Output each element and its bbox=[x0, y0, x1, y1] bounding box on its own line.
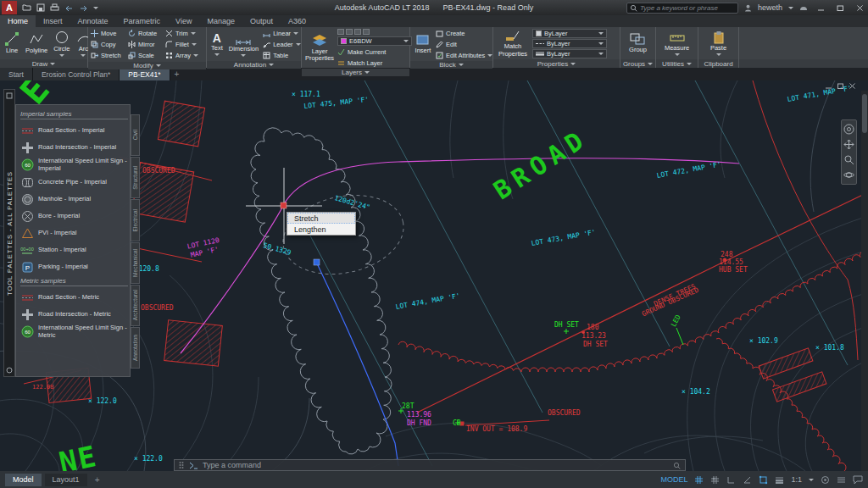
layout1-tab[interactable]: Layout1 bbox=[45, 474, 87, 486]
panel-clipboard-footer[interactable]: Clipboard bbox=[698, 59, 738, 68]
scale-dropdown-icon[interactable] bbox=[809, 479, 814, 481]
scrollbar-thumb[interactable] bbox=[862, 94, 867, 133]
command-prompt-text[interactable]: Type a command bbox=[203, 461, 261, 469]
undo-icon[interactable] bbox=[64, 4, 74, 12]
insert-button[interactable]: Insert bbox=[413, 33, 433, 54]
palette-tab[interactable]: Annotation bbox=[131, 327, 140, 369]
model-paper-toggle[interactable]: MODEL bbox=[660, 475, 687, 484]
file-tab-pb-ex41[interactable]: PB-EX41* bbox=[120, 68, 170, 80]
vertical-scrollbar[interactable] bbox=[861, 91, 868, 471]
layer-lock-icon[interactable] bbox=[363, 29, 370, 35]
palette-tab[interactable]: Electrical bbox=[131, 199, 140, 241]
layer-select-dropdown[interactable]: E6BDW bbox=[337, 36, 412, 46]
palette-item-concrete-pipe-imperial[interactable]: Concrete Pipe - Imperial bbox=[20, 174, 128, 191]
tool-palette-title-strip[interactable]: TOOL PALETTES - ALL PALETTES bbox=[3, 89, 15, 377]
panel-block-footer[interactable]: Block bbox=[410, 61, 492, 69]
match-properties-button[interactable]: Match Properties bbox=[496, 29, 530, 58]
file-tab-start[interactable]: Start bbox=[0, 68, 33, 80]
palette-autohide-icon[interactable] bbox=[6, 367, 13, 374]
new-drawing-tab-button[interactable]: + bbox=[170, 68, 184, 80]
snap-toggle-icon[interactable] bbox=[710, 475, 720, 485]
linetype-dropdown[interactable]: ByLayer bbox=[532, 39, 607, 48]
drawing-viewport[interactable]: × 117.1 LOT 475, MAP 'F' LOT 471, MAP 'F… bbox=[0, 80, 868, 471]
pan-icon[interactable] bbox=[843, 139, 854, 150]
customization-icon[interactable] bbox=[837, 476, 846, 484]
a360-icon[interactable] bbox=[799, 4, 808, 12]
grid-toggle-icon[interactable] bbox=[694, 475, 704, 485]
panel-groups-footer[interactable]: Groups bbox=[620, 59, 655, 68]
annotation-scale-value[interactable]: 1:1 bbox=[791, 475, 802, 484]
palette-tab[interactable]: Structural bbox=[131, 157, 140, 198]
magenta-arc[interactable] bbox=[181, 158, 739, 353]
layer-freeze-icon[interactable] bbox=[354, 29, 361, 35]
make-current-button[interactable]: Make Current bbox=[337, 47, 412, 57]
edit-attributes-button[interactable]: Edit Attributes bbox=[436, 50, 492, 60]
command-grip-icon[interactable] bbox=[179, 461, 184, 469]
help-search[interactable] bbox=[626, 3, 738, 14]
menu-item-stretch[interactable]: Stretch bbox=[287, 213, 355, 224]
palette-item-manhole-imperial[interactable]: Manhole - Imperial bbox=[20, 191, 128, 208]
move-button[interactable]: Move bbox=[91, 28, 128, 38]
panel-utilities-footer[interactable]: Utilities bbox=[656, 59, 698, 68]
viewport-close-icon[interactable] bbox=[849, 82, 856, 90]
copy-button[interactable]: Copy bbox=[91, 39, 128, 49]
match-layer-button[interactable]: Match Layer bbox=[337, 58, 412, 68]
model-space-tab[interactable]: Model bbox=[5, 474, 42, 486]
plot-icon[interactable] bbox=[50, 3, 59, 12]
palette-item-speed-limit-metric[interactable]: 60 International Speed Limit Sign - Metr… bbox=[20, 323, 128, 341]
command-search-icon[interactable] bbox=[673, 462, 681, 469]
palette-item-road-intersection-metric[interactable]: Road Intersection - Metric bbox=[20, 306, 128, 323]
dimension-button[interactable]: Dimension bbox=[227, 31, 260, 56]
close-button[interactable] bbox=[853, 2, 866, 14]
command-line[interactable]: Type a command bbox=[174, 459, 686, 471]
redo-icon[interactable] bbox=[79, 4, 88, 12]
circle-button[interactable]: Circle bbox=[52, 30, 71, 56]
table-button[interactable]: Table bbox=[263, 50, 300, 60]
array-button[interactable]: Array bbox=[165, 50, 203, 60]
layer-off-icon[interactable] bbox=[337, 29, 344, 35]
palette-properties-icon[interactable] bbox=[6, 92, 13, 99]
palette-tab[interactable]: Architectural bbox=[131, 285, 140, 326]
viewport-minimize-icon[interactable] bbox=[825, 82, 832, 90]
mirror-button[interactable]: Mirror bbox=[128, 39, 165, 49]
paste-button[interactable]: Paste bbox=[709, 30, 728, 55]
palette-item-pvi-imperial[interactable]: PVI - Imperial bbox=[20, 225, 128, 241]
stretch-button[interactable]: Stretch bbox=[91, 50, 128, 60]
linear-button[interactable]: Linear bbox=[263, 28, 300, 38]
viewport-restore-icon[interactable] bbox=[837, 82, 844, 90]
restore-button[interactable] bbox=[833, 2, 847, 14]
tab-view[interactable]: View bbox=[168, 15, 199, 27]
tab-home[interactable]: Home bbox=[0, 15, 36, 27]
palette-tab[interactable]: Civil bbox=[131, 114, 140, 156]
user-dropdown-icon[interactable] bbox=[788, 7, 793, 9]
open-icon[interactable] bbox=[22, 3, 31, 12]
edit-block-button[interactable]: Edit bbox=[436, 39, 492, 49]
tab-annotate[interactable]: Annotate bbox=[70, 15, 116, 27]
grip[interactable] bbox=[314, 259, 320, 265]
palette-item-bore-imperial[interactable]: Bore - Imperial bbox=[20, 208, 128, 225]
steering-wheel-icon[interactable] bbox=[843, 124, 854, 135]
rotate-button[interactable]: Rotate bbox=[128, 28, 165, 38]
polar-toggle-icon[interactable] bbox=[743, 475, 752, 485]
panel-modify-footer[interactable]: Modify bbox=[88, 62, 206, 69]
lineweight-toggle-icon[interactable] bbox=[775, 476, 784, 484]
feedback-bubble-icon[interactable] bbox=[853, 475, 863, 485]
new-layout-button[interactable]: + bbox=[91, 474, 104, 486]
save-icon[interactable] bbox=[36, 3, 45, 12]
text-button[interactable]: A Text bbox=[209, 32, 225, 55]
palette-item-road-intersection-imperial[interactable]: Road Intersection - Imperial bbox=[20, 139, 128, 156]
panel-annotation-footer[interactable]: Annotation bbox=[207, 61, 301, 69]
palette-tab[interactable]: Mechanical bbox=[131, 242, 140, 284]
tab-manage[interactable]: Manage bbox=[199, 15, 242, 27]
tab-output[interactable]: Output bbox=[242, 15, 281, 27]
panel-draw-footer[interactable]: Draw bbox=[0, 59, 87, 68]
palette-item-speed-limit-imperial[interactable]: 60 International Speed Limit Sign - Impe… bbox=[20, 156, 128, 174]
panel-properties-footer[interactable]: Properties bbox=[493, 59, 620, 68]
palette-item-road-section-imperial[interactable]: Road Section - Imperial bbox=[20, 122, 128, 139]
zoom-icon[interactable] bbox=[843, 154, 854, 165]
search-input[interactable] bbox=[640, 4, 735, 12]
trim-button[interactable]: Trim bbox=[165, 28, 203, 38]
polyline-button[interactable]: Polyline bbox=[24, 31, 49, 54]
selected-polyline[interactable] bbox=[317, 263, 398, 466]
tab-insert[interactable]: Insert bbox=[36, 15, 70, 27]
